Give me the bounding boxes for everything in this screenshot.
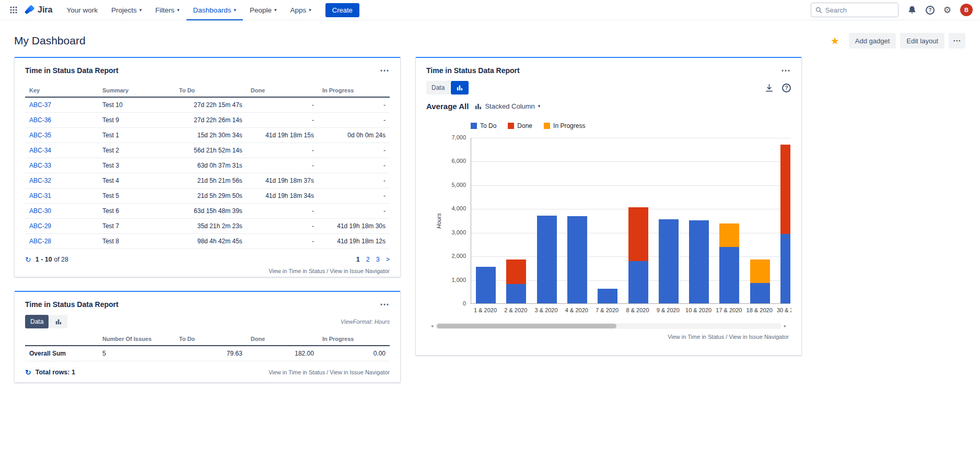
gadget-more-icon[interactable]: ⋯ (781, 66, 791, 75)
view-in-time-in-status-link[interactable]: View in Time in Status (668, 334, 724, 340)
dashboard-actions: ★ Add gadget Edit layout ⋯ (831, 33, 965, 49)
issue-key-link[interactable]: ABC-37 (29, 101, 51, 109)
data-view-button[interactable]: Data (25, 315, 49, 328)
inprogress-time: 0d 0h 0m 24s (318, 128, 390, 143)
nav-dashboards[interactable]: Dashboards ▾ (186, 0, 243, 20)
create-button[interactable]: Create (325, 3, 359, 17)
export-icon[interactable] (764, 83, 774, 93)
chart-type-select[interactable]: Stacked Column ▾ (475, 102, 540, 110)
issue-summary: Test 1 (98, 128, 175, 143)
bar-segment-to-do[interactable] (628, 261, 648, 303)
scrollbar-thumb[interactable] (437, 324, 616, 328)
bar-segment-to-do[interactable] (476, 267, 496, 303)
bar-segment-to-do[interactable] (537, 216, 557, 303)
dashboard-more-button[interactable]: ⋯ (949, 33, 965, 49)
add-gadget-button[interactable]: Add gadget (849, 33, 896, 49)
bar-17 & 2020[interactable] (719, 223, 739, 303)
app-switcher-icon[interactable] (5, 6, 22, 14)
bar-segment-in-progress[interactable] (750, 259, 770, 283)
gadget-more-icon[interactable]: ⋯ (380, 66, 390, 75)
issue-key-link[interactable]: ABC-35 (29, 132, 51, 139)
logo-text: Jira (38, 5, 52, 15)
chart-view-button[interactable] (451, 81, 469, 95)
col-summary: Summary (98, 84, 175, 97)
issue-key-link[interactable]: ABC-31 (29, 192, 51, 199)
edit-layout-button[interactable]: Edit layout (900, 33, 944, 49)
nav-people[interactable]: People ▾ (243, 0, 284, 20)
refresh-icon[interactable]: ↻ (25, 369, 31, 376)
nav-apps[interactable]: Apps ▾ (284, 0, 318, 20)
issue-key-link[interactable]: ABC-34 (29, 147, 51, 154)
favorite-star-icon[interactable]: ★ (831, 36, 839, 46)
issue-summary: Test 6 (98, 204, 175, 219)
chart-view-button[interactable] (50, 315, 67, 328)
bar-segment-to-do[interactable] (750, 283, 770, 303)
nav-left: Jira Your work Projects ▾ Filters ▾ Dash… (5, 0, 359, 20)
bar-2 & 2020[interactable] (506, 259, 526, 303)
number-of-issues-value: 5 (98, 346, 175, 361)
page-3[interactable]: 3 (376, 256, 380, 263)
dashboard-board: Time in Status Data Report ⋯ Key Summary… (0, 52, 980, 383)
issue-key-link[interactable]: ABC-33 (29, 162, 51, 169)
issue-key-link[interactable]: ABC-36 (29, 116, 51, 124)
bar-segment-to-do[interactable] (719, 247, 739, 303)
bar-segment-in-progress[interactable] (719, 223, 739, 247)
page-2[interactable]: 2 (366, 256, 370, 263)
bar-segment-to-do[interactable] (689, 220, 709, 303)
nav-filters[interactable]: Filters ▾ (148, 0, 186, 20)
bar-segment-done[interactable] (628, 207, 648, 261)
view-in-time-in-status-link[interactable]: View in Time in Status (269, 369, 325, 375)
right-column: Time in Status Data Report ⋯ Data (415, 57, 802, 356)
nav-right: ? ⚙ B (811, 3, 973, 17)
data-view-button[interactable]: Data (426, 81, 450, 95)
view-in-time-in-status-link[interactable]: View in Time in Status (269, 268, 325, 274)
nav-projects[interactable]: Projects ▾ (104, 0, 148, 20)
gadget-more-icon[interactable]: ⋯ (380, 300, 390, 309)
done-time: 41d 19h 18m 34s (247, 188, 318, 204)
bar-segment-to-do[interactable] (659, 219, 679, 303)
bar-4 & 2020[interactable] (567, 216, 587, 303)
nav-apps-label: Apps (290, 6, 307, 14)
issue-key-link[interactable]: ABC-32 (29, 177, 51, 184)
bar-segment-done[interactable] (506, 259, 526, 284)
nav-your-work[interactable]: Your work (60, 0, 104, 20)
issue-key-link[interactable]: ABC-30 (29, 207, 51, 215)
chart-help-icon[interactable]: ? (782, 84, 791, 92)
bar-1 & 2020[interactable] (476, 267, 496, 303)
scrollbar-track[interactable] (436, 323, 781, 329)
settings-gear-icon[interactable]: ⚙ (943, 6, 951, 15)
chart-horizontal-scrollbar[interactable]: ◂ ▸ (428, 323, 789, 329)
table-row: ABC-32 Test 4 21d 5h 21m 56s 41d 19h 18m… (25, 173, 390, 188)
bar-7 & 2020[interactable] (598, 289, 617, 303)
help-icon[interactable]: ? (926, 6, 935, 15)
avatar[interactable]: B (960, 4, 973, 16)
notifications-bell-icon[interactable] (907, 5, 917, 15)
chart-type-label: Stacked Column (485, 102, 534, 110)
bar-segment-to-do[interactable] (567, 216, 587, 303)
bar-30 & 2020[interactable] (780, 145, 790, 303)
bar-segment-to-do[interactable] (598, 289, 617, 303)
jira-logo[interactable]: Jira (24, 5, 52, 16)
scroll-left-icon[interactable]: ◂ (428, 323, 436, 329)
view-in-issue-navigator-link[interactable]: View in Issue Navigator (330, 369, 390, 375)
bar-8 & 2020[interactable] (628, 207, 648, 303)
scroll-right-icon[interactable]: ▸ (781, 323, 789, 329)
bar-10 & 2020[interactable] (689, 220, 709, 303)
issue-key-link[interactable]: ABC-28 (29, 238, 51, 245)
issue-key-link[interactable]: ABC-29 (29, 222, 51, 230)
refresh-icon[interactable]: ↻ (25, 256, 31, 263)
view-in-issue-navigator-link[interactable]: View in Issue Navigator (330, 268, 390, 274)
y-tick-label: 2,000 (451, 253, 466, 259)
search-box[interactable] (811, 3, 899, 17)
bar-3 & 2020[interactable] (537, 216, 557, 303)
bar-segment-to-do[interactable] (780, 234, 790, 303)
bar-segment-done[interactable] (780, 145, 790, 234)
page-1[interactable]: 1 (356, 256, 360, 263)
next-page[interactable]: > (386, 256, 390, 263)
search-input[interactable] (825, 6, 888, 14)
todo-time: 21d 5h 29m 50s (175, 188, 247, 204)
bar-9 & 2020[interactable] (659, 219, 679, 303)
view-in-issue-navigator-link[interactable]: View in Issue Navigator (729, 334, 789, 340)
bar-segment-to-do[interactable] (506, 284, 526, 303)
bar-18 & 2020[interactable] (750, 259, 770, 303)
